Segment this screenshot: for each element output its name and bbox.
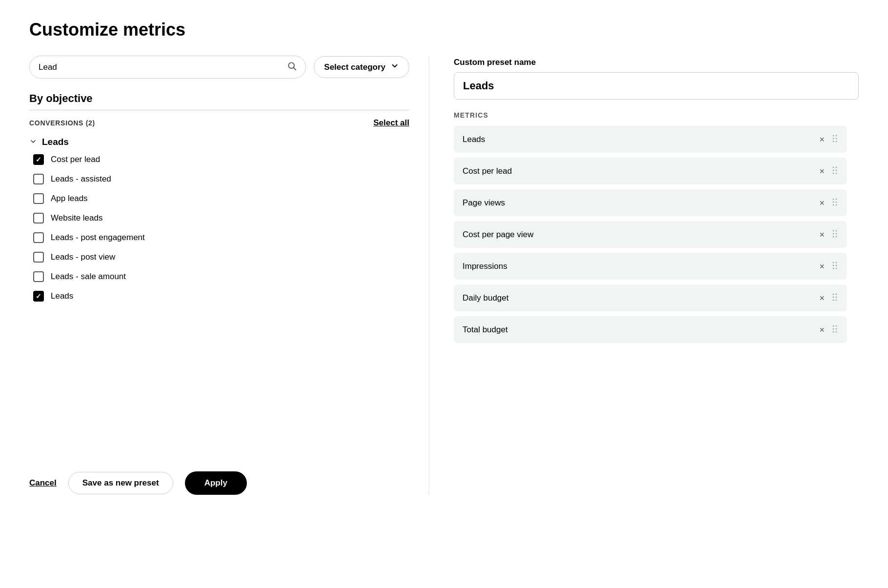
svg-point-23	[836, 233, 837, 235]
svg-point-18	[833, 204, 834, 206]
checkbox-item[interactable]: Leads	[33, 291, 409, 302]
svg-point-5	[836, 138, 837, 140]
svg-point-17	[836, 202, 837, 203]
metric-name-impressions: Impressions	[463, 262, 507, 271]
svg-point-4	[833, 138, 834, 140]
svg-point-37	[836, 300, 837, 301]
svg-point-26	[833, 262, 834, 264]
svg-point-7	[836, 141, 837, 142]
checkbox-leads_post_view[interactable]	[33, 252, 44, 263]
checkbox-item[interactable]: Leads - post engagement	[33, 232, 409, 243]
checkbox-label-leads_post_view: Leads - post view	[51, 252, 115, 262]
checkbox-item[interactable]: Cost per lead	[33, 154, 409, 165]
metric-name-cost_per_page_view: Cost per page view	[463, 230, 534, 240]
svg-point-31	[836, 268, 837, 269]
svg-point-27	[836, 262, 837, 264]
svg-point-2	[833, 135, 834, 137]
divider	[29, 110, 409, 110]
metric-close-cost_per_lead[interactable]: ×	[819, 167, 825, 176]
drag-handle-cost_per_page_view[interactable]	[831, 229, 838, 240]
metric-close-total_budget[interactable]: ×	[819, 325, 825, 334]
leads-chevron-icon	[29, 138, 37, 147]
metric-close-page_views[interactable]: ×	[819, 199, 825, 207]
apply-button[interactable]: Apply	[185, 471, 247, 495]
drag-handle-daily_budget[interactable]	[831, 292, 838, 304]
metric-item-leads: Leads×	[454, 126, 847, 153]
select-all-button[interactable]: Select all	[373, 118, 409, 128]
svg-point-40	[833, 328, 834, 330]
svg-point-12	[833, 173, 834, 174]
leads-group: Leads Cost per leadLeads - assistedApp l…	[29, 137, 409, 302]
svg-point-8	[833, 167, 834, 168]
svg-point-32	[833, 294, 834, 295]
search-row: Select category	[29, 56, 409, 79]
svg-point-3	[836, 135, 837, 137]
checkbox-website_leads[interactable]	[33, 213, 44, 223]
checkbox-leads_sale_amount[interactable]	[33, 271, 44, 282]
svg-point-35	[836, 297, 837, 298]
metric-item-page_views: Page views×	[454, 189, 847, 216]
left-panel: Select category By objective CONVERSIONS…	[29, 56, 429, 495]
svg-point-21	[836, 230, 837, 232]
svg-point-29	[836, 265, 837, 266]
svg-point-22	[833, 233, 834, 235]
checkbox-item[interactable]: Leads - sale amount	[33, 271, 409, 282]
svg-point-28	[833, 265, 834, 266]
metric-close-leads[interactable]: ×	[819, 135, 825, 144]
leads-group-label: Leads	[42, 137, 69, 147]
checkbox-label-app_leads: App leads	[51, 194, 88, 203]
metric-close-cost_per_page_view[interactable]: ×	[819, 230, 825, 239]
by-objective-label: By objective	[29, 92, 409, 105]
conversions-label: CONVERSIONS (2)	[29, 119, 95, 127]
svg-point-33	[836, 294, 837, 295]
leads-group-header[interactable]: Leads	[29, 137, 409, 147]
checkbox-cost_per_lead[interactable]	[33, 154, 44, 165]
svg-point-38	[833, 325, 834, 327]
drag-handle-total_budget[interactable]	[831, 324, 838, 335]
checkbox-leads[interactable]	[33, 291, 44, 302]
save-preset-button[interactable]: Save as new preset	[68, 472, 173, 494]
checkbox-item[interactable]: Leads - post view	[33, 252, 409, 263]
svg-point-6	[833, 141, 834, 142]
cancel-button[interactable]: Cancel	[29, 478, 57, 488]
checkbox-item[interactable]: App leads	[33, 193, 409, 204]
conversions-row: CONVERSIONS (2) Select all	[29, 118, 409, 128]
metric-close-daily_budget[interactable]: ×	[819, 294, 825, 303]
svg-point-14	[833, 199, 834, 200]
metric-name-cost_per_lead: Cost per lead	[463, 166, 512, 176]
metric-name-leads: Leads	[463, 135, 485, 144]
metrics-list: Leads× Cost per lead× Page views× Cost p…	[454, 126, 859, 348]
drag-handle-page_views[interactable]	[831, 197, 838, 208]
svg-point-13	[836, 173, 837, 174]
drag-handle-cost_per_lead[interactable]	[831, 165, 838, 177]
drag-handle-leads[interactable]	[831, 134, 838, 145]
svg-point-41	[836, 328, 837, 330]
svg-point-43	[836, 331, 837, 333]
svg-point-16	[833, 202, 834, 203]
preset-name-label: Custom preset name	[454, 58, 859, 67]
metric-name-daily_budget: Daily budget	[463, 293, 509, 303]
metrics-label: METRICS	[454, 111, 859, 119]
checkbox-label-leads_sale_amount: Leads - sale amount	[51, 272, 126, 282]
checkbox-item[interactable]: Leads - assisted	[33, 174, 409, 184]
svg-point-39	[836, 325, 837, 327]
svg-point-34	[833, 297, 834, 298]
svg-point-30	[833, 268, 834, 269]
svg-point-36	[833, 300, 834, 301]
svg-point-42	[833, 331, 834, 333]
right-panel: Custom preset name METRICS Leads× Cost p…	[429, 56, 859, 348]
preset-name-input[interactable]	[454, 72, 859, 100]
search-input[interactable]	[39, 62, 282, 72]
checkbox-app_leads[interactable]	[33, 193, 44, 204]
checkbox-leads_assisted[interactable]	[33, 174, 44, 184]
drag-handle-impressions[interactable]	[831, 261, 838, 272]
checkbox-item[interactable]: Website leads	[33, 213, 409, 223]
metric-close-impressions[interactable]: ×	[819, 262, 825, 271]
checkbox-leads_post_engagement[interactable]	[33, 232, 44, 243]
main-layout: Select category By objective CONVERSIONS…	[29, 56, 859, 495]
checkbox-label-website_leads: Website leads	[51, 213, 102, 223]
select-category-button[interactable]: Select category	[314, 56, 409, 78]
category-button-label: Select category	[324, 62, 385, 72]
metric-item-impressions: Impressions×	[454, 253, 847, 280]
footer-row: Cancel Save as new preset Apply	[29, 452, 409, 495]
